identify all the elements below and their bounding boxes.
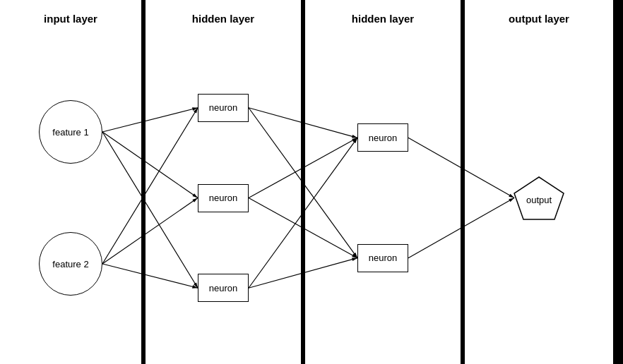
input-nodes-container: feature 1 feature 2: [0, 32, 141, 364]
hidden-layer-2-title: hidden layer: [352, 13, 414, 25]
hidden2-node-1-label: neuron: [369, 133, 397, 143]
input-node-1: feature 1: [39, 100, 102, 164]
hidden1-node-2-label: neuron: [209, 193, 237, 203]
svg-text:output: output: [526, 195, 552, 205]
hidden-layer-1-title: hidden layer: [192, 13, 254, 25]
hidden1-node-3: neuron: [198, 274, 249, 302]
input-layer-title: input layer: [44, 13, 97, 25]
output-layer-title: output layer: [509, 13, 569, 25]
hidden1-node-1: neuron: [198, 94, 249, 122]
pentagon-shape: output: [511, 174, 567, 223]
hidden2-node-2: neuron: [357, 244, 408, 272]
hidden1-node-2: neuron: [198, 184, 249, 212]
hidden2-nodes-container: neuron neuron: [305, 32, 461, 364]
input-node-2: feature 2: [39, 232, 102, 296]
hidden1-node-1-label: neuron: [209, 102, 237, 113]
input-node-1-label: feature 1: [52, 127, 88, 138]
input-layer: input layer feature 1 feature 2: [0, 0, 141, 364]
hidden2-node-2-label: neuron: [369, 253, 397, 263]
hidden1-node-3-label: neuron: [209, 283, 237, 293]
input-node-2-label: feature 2: [52, 259, 88, 269]
output-node-1: output: [511, 174, 567, 223]
neural-network-diagram: input layer feature 1 feature 2 hidden l…: [0, 0, 623, 364]
output-layer: output layer output: [465, 0, 613, 364]
hidden-layer-1: hidden layer neuron neuron neuron: [146, 0, 301, 364]
output-nodes-container: output: [465, 32, 613, 364]
hidden2-node-1: neuron: [357, 123, 408, 152]
hidden1-nodes-container: neuron neuron neuron: [146, 32, 301, 364]
hidden-layer-2: hidden layer neuron neuron: [305, 0, 461, 364]
